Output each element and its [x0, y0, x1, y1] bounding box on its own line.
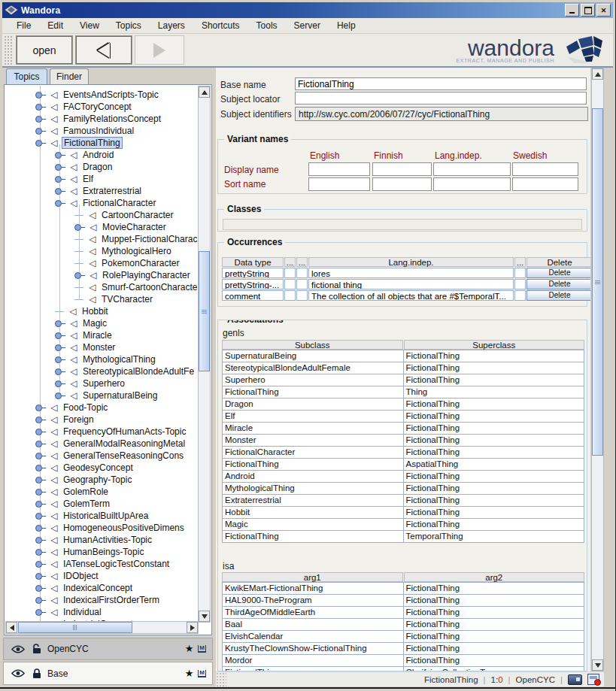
layer-row-base[interactable]: Base ★ M [3, 662, 213, 685]
menu-view[interactable]: View [71, 19, 108, 32]
tree-branch-handle-icon[interactable] [35, 489, 42, 496]
association-row[interactable]: HAL9000-TheProgramFictionalThing [222, 595, 584, 607]
association-row[interactable]: MagicFictionalThing [222, 519, 584, 531]
col-dots[interactable]: ... [296, 257, 308, 267]
tab-finder[interactable]: Finder [50, 68, 89, 84]
genls-col-superclass[interactable]: Superclass [404, 340, 585, 350]
tree-branch-handle-icon[interactable] [55, 152, 62, 159]
tree-item[interactable]: HumanActivities-Topic [5, 534, 198, 546]
sort-name-english-input[interactable] [308, 177, 370, 191]
panel-scroll-up-button[interactable] [592, 68, 603, 80]
tree-item[interactable]: Magic [5, 317, 198, 329]
association-row[interactable]: MythologicalThingFictionalThing [222, 483, 584, 495]
tree-item[interactable]: Hobbit [5, 305, 198, 317]
tree-branch-handle-icon[interactable] [55, 176, 62, 183]
display-name-english-input[interactable] [308, 162, 370, 176]
menu-file[interactable]: File [8, 19, 39, 32]
subject-locator-input[interactable] [295, 92, 587, 105]
tree-item[interactable]: IndexicalConcept [5, 582, 198, 594]
tree-item[interactable]: FrequencyOfHumanActs-Topic [5, 426, 198, 438]
tree-item[interactable]: FamilyRelationsConcept [5, 113, 198, 125]
col-langindep[interactable]: Lang.indep. [308, 257, 514, 267]
tree-item[interactable]: GeodesyConcept [5, 462, 198, 474]
tree-item[interactable]: FictionalThing [5, 137, 198, 149]
display-name-finnish-input[interactable] [372, 162, 432, 176]
tree-item[interactable]: CartoonCharacter [5, 209, 198, 221]
association-row[interactable]: HobbitFictionalThing [222, 507, 584, 519]
tree-branch-handle-icon[interactable] [35, 429, 42, 435]
association-row[interactable]: FictionalCharacterFictionalThing [222, 447, 584, 459]
tree-scroll-up-button[interactable] [199, 86, 210, 98]
tree-branch-handle-icon[interactable] [55, 368, 62, 375]
col-dots[interactable]: ... [284, 257, 296, 267]
association-row[interactable]: SupernaturalBeingFictionalThing [222, 350, 584, 362]
layer-row-opencyc[interactable]: OpenCYC ★ M [3, 638, 213, 660]
layer-visibility-eye-icon[interactable] [11, 645, 25, 653]
close-button[interactable]: ✕ [596, 4, 611, 17]
col-delete[interactable]: Delete [526, 257, 590, 267]
tree-scroll-down-button[interactable] [199, 611, 210, 622]
sort-name-swedish-input[interactable] [512, 177, 578, 191]
tree-item[interactable]: TVCharacter [5, 293, 198, 305]
association-row[interactable]: ThirdAgeOfMiddleEarthFictionalThing [222, 607, 584, 619]
tree-branch-handle-icon[interactable] [35, 104, 42, 111]
tree-item[interactable]: Smurf-CartoonCharacte [5, 281, 198, 293]
tree-branch-handle-icon[interactable] [35, 116, 42, 123]
tree-branch-handle-icon[interactable] [35, 609, 42, 616]
tree-item[interactable]: HumanBeings-Topic [5, 546, 198, 558]
tree-item[interactable]: Muppet-FictionalCharac [5, 233, 198, 245]
tree-branch-handle-icon[interactable] [35, 477, 42, 483]
display-name-langindep-input[interactable] [433, 162, 511, 176]
tree-item[interactable]: PokemonCharacter [5, 257, 198, 269]
tree-item[interactable]: MythologicalThing [5, 353, 198, 365]
tree-item[interactable]: Foreign [5, 414, 198, 426]
tree-branch-handle-icon[interactable] [35, 501, 42, 508]
menu-tools[interactable]: Tools [248, 19, 286, 32]
association-row[interactable]: KrustyTheClownShow-FictionalThingFiction… [222, 643, 584, 655]
layer-star-icon[interactable]: ★ [185, 669, 194, 678]
tree-branch-handle-icon[interactable] [55, 356, 62, 363]
subject-identifiers-list[interactable]: http://sw.cyc.com/2006/07/27/cyc/Fiction… [295, 107, 588, 121]
delete-occurrence-button[interactable]: Delete [526, 279, 590, 289]
tree-item[interactable]: Miracle [5, 329, 198, 341]
occurrence-row[interactable]: prettyString-...fictional thingDelete [222, 279, 584, 289]
association-row[interactable]: FictionalThingThing [222, 386, 584, 399]
association-row[interactable]: FictionalThingTemporalThing [222, 531, 584, 543]
tree-item[interactable]: GolemRole [5, 486, 198, 498]
tree-item[interactable]: FamousIndividual [5, 125, 198, 137]
tree-item[interactable]: IATenseLogicTestConstant [5, 558, 198, 570]
tree-branch-handle-icon[interactable] [35, 585, 42, 592]
tree-item[interactable]: RolePlayingCharacter [5, 269, 198, 281]
status-server-icon[interactable] [587, 674, 599, 685]
layer-memory-icon[interactable]: M [198, 670, 206, 677]
toolbar-grip[interactable] [4, 35, 13, 65]
tree-item[interactable]: GeneralTenseReasoningCons [5, 450, 198, 462]
tree-scroll-right-button[interactable] [187, 622, 198, 633]
tree-item[interactable]: Superhero [5, 377, 198, 389]
col-dots[interactable]: ... [514, 257, 526, 267]
tree-item[interactable]: Dragon [5, 161, 198, 173]
association-row[interactable]: ExtraterrestrialFictionalThing [222, 495, 584, 507]
tree-branch-handle-icon[interactable] [35, 525, 42, 532]
status-monitor-icon[interactable] [568, 674, 582, 685]
tree-item[interactable]: MythologicalHero [5, 245, 198, 257]
tree-item[interactable]: EventsAndScripts-Topic [5, 89, 198, 101]
association-row[interactable]: BaalFictionalThing [222, 619, 584, 631]
occurrence-row[interactable]: commentThe collection of all objects tha… [222, 290, 584, 301]
tree-item[interactable]: StereotypicalBlondeAdultFe [5, 365, 198, 377]
association-row[interactable]: ElfFictionalThing [222, 411, 584, 423]
tree-item[interactable]: Food-Topic [5, 402, 198, 414]
tree-vertical-scrollbar[interactable] [198, 86, 211, 623]
tree-item[interactable]: Extraterrestrial [5, 185, 198, 197]
tree-branch-handle-icon[interactable] [35, 561, 42, 568]
association-row[interactable]: ElvishCalendarFictionalThing [222, 631, 584, 643]
sort-name-langindep-input[interactable] [433, 177, 511, 191]
tree-branch-handle-icon[interactable] [55, 164, 62, 171]
tree-scrollbar-thumb[interactable] [199, 251, 210, 371]
tree-branch-handle-icon[interactable] [55, 392, 62, 399]
tree-item[interactable]: FACToryConcept [5, 101, 198, 113]
layer-visibility-eye-icon[interactable] [11, 669, 25, 677]
tree-item[interactable]: Elf [5, 173, 198, 185]
menu-help[interactable]: Help [329, 19, 364, 32]
isa-col-arg1[interactable]: arg1 [222, 572, 403, 582]
